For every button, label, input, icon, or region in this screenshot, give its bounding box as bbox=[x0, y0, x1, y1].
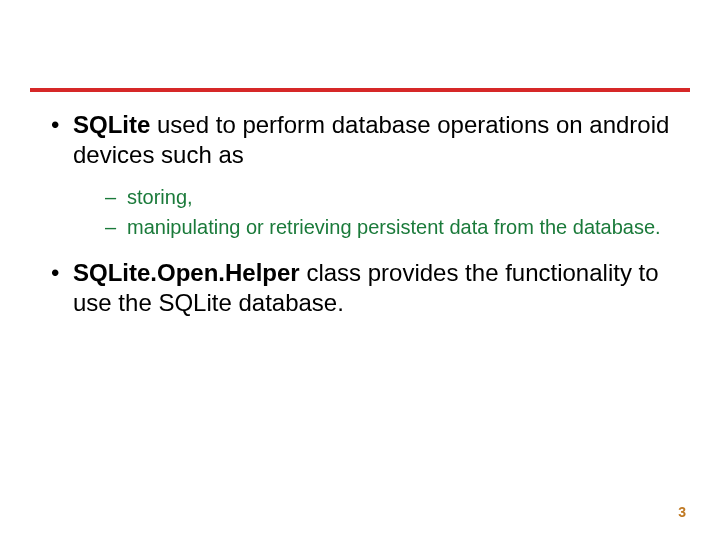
bullet-1-sublist: storing, manipulating or retrieving pers… bbox=[45, 184, 680, 240]
bullet-1: SQLite used to perform database operatio… bbox=[45, 110, 680, 170]
horizontal-rule bbox=[30, 88, 690, 92]
slide-content: SQLite used to perform database operatio… bbox=[45, 110, 680, 332]
bullet-1-bold: SQLite bbox=[73, 111, 150, 138]
page-number: 3 bbox=[678, 504, 686, 520]
bullet-1-rest: used to perform database operations on a… bbox=[73, 111, 669, 168]
sub-bullet-1a: storing, bbox=[105, 184, 680, 210]
bullet-2-bold: SQLite.Open.Helper bbox=[73, 259, 300, 286]
bullet-2: SQLite.Open.Helper class provides the fu… bbox=[45, 258, 680, 318]
sub-bullet-1b: manipulating or retrieving persistent da… bbox=[105, 214, 680, 240]
